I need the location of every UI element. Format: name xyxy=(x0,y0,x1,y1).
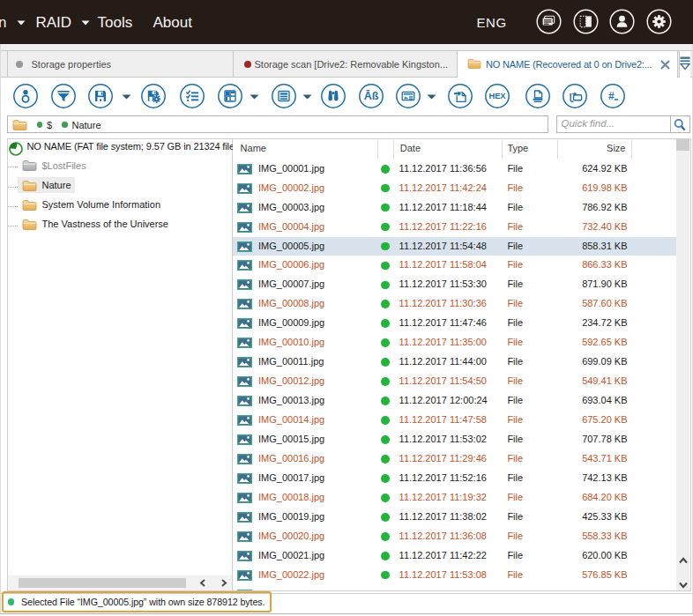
svg-text:#: # xyxy=(608,90,615,102)
svg-text:HEX: HEX xyxy=(488,92,506,100)
svg-text:Āß: Āß xyxy=(364,90,379,102)
